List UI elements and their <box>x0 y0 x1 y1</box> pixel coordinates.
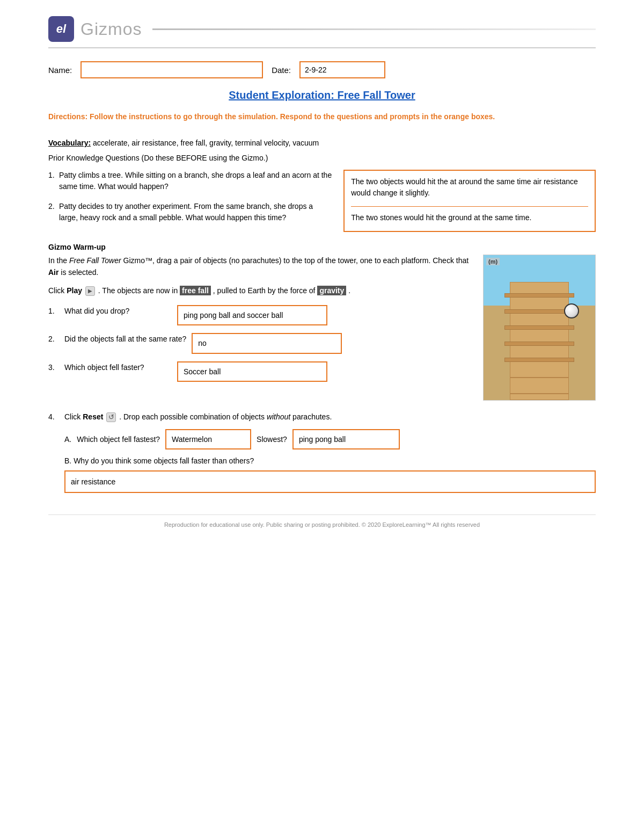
m-label: (m) <box>486 258 500 265</box>
name-date-row: Name: Date: <box>48 61 596 78</box>
date-input[interactable] <box>299 61 385 78</box>
pk-answers-box: The two objects would hit the at around … <box>343 170 596 232</box>
q4-fastest-text: Watermelon <box>172 433 212 445</box>
date-label: Date: <box>272 66 291 75</box>
warmup-text-3: is selected. <box>58 268 98 277</box>
warmup-para-1: In the Free Fall Tower Gizmo™, drag a pa… <box>48 255 474 279</box>
pk-answer-1: The two objects would hit the at around … <box>351 176 588 199</box>
q4-header: 4. Click Reset . Drop each possible comb… <box>48 411 596 423</box>
q4-text: Click Reset . Drop each possible combina… <box>64 411 332 423</box>
wq-num-3: 3. <box>48 361 59 373</box>
wq-num-2: 2. <box>48 333 59 345</box>
page-container: el Gizmos Name: Date: Student Exploratio… <box>27 0 617 549</box>
soccer-ball-image <box>564 303 579 318</box>
platform-4 <box>504 342 574 346</box>
pk-answer-2: The two stones would hit the ground at t… <box>351 212 588 223</box>
warmup-section: Gizmo Warm-up In the Free Fall Tower Giz… <box>48 243 596 401</box>
brand-name: Gizmos <box>80 19 142 39</box>
warmup-text-2: Gizmo™, drag a pair of objects (no parac… <box>121 256 469 265</box>
platform-1 <box>504 293 574 298</box>
warmup-text-1: In the <box>48 256 69 265</box>
q4-click-text: Click <box>64 412 83 421</box>
logo-text: el <box>56 22 66 36</box>
warmup-body: In the Free Fall Tower Gizmo™, drag a pa… <box>48 255 596 401</box>
platform-3 <box>504 325 574 330</box>
wq-answer-3: Soccer ball <box>177 361 327 382</box>
vocabulary-line: Vocabulary: accelerate, air resistance, … <box>48 139 596 147</box>
wq-answer-text-3: Soccer ball <box>184 366 221 378</box>
q4-slowest-label: Slowest? <box>257 433 287 445</box>
q4-sub-b-text: Why do you think some objects fall faste… <box>74 456 254 465</box>
pk-title: Prior Knowledge Questions <box>48 154 140 162</box>
q4-sub-b-answer: air resistance <box>64 470 596 493</box>
warmup-questions: 1. What did you drop? ping pong ball and… <box>48 305 474 382</box>
warmup-highlight-1: free fall <box>180 286 211 295</box>
warmup-text-5: . The objects are now in <box>98 286 180 295</box>
pk-item-2: 2. Patty decides to try another experime… <box>48 201 333 223</box>
wq-num-1: 1. <box>48 305 59 317</box>
q4-text-2: . Drop each possible combination of obje… <box>119 412 267 421</box>
q4-sub-a: A. Which object fell fastest? Watermelon… <box>64 429 596 449</box>
wq-answer-text-2: no <box>198 337 207 349</box>
tower-image: (m) <box>483 255 596 401</box>
logo-box: el <box>48 16 74 42</box>
q4-sub-b-answer-text: air resistance <box>71 477 115 486</box>
warmup-click: Click <box>48 286 67 295</box>
q4-italic: without <box>267 412 290 421</box>
warmup-bold: Air <box>48 268 58 277</box>
q4-text-3: parachutes. <box>290 412 332 421</box>
pk-questions: 1. Patty climbs a tree. While sitting on… <box>48 170 333 232</box>
warmup-text: In the Free Fall Tower Gizmo™, drag a pa… <box>48 255 474 401</box>
footer: Reproduction for educational use only. P… <box>48 514 596 528</box>
tower-background: (m) <box>484 255 595 400</box>
wq-answer-1: ping pong ball and soccer ball <box>177 305 327 325</box>
warmup-q1: 1. What did you drop? ping pong ball and… <box>48 305 474 325</box>
q4-sub-b: B. Why do you think some objects fall fa… <box>64 455 596 493</box>
vocab-terms: accelerate, air resistance, free fall, g… <box>93 139 319 147</box>
pk-num-2: 2. <box>48 201 59 223</box>
name-label: Name: <box>48 66 72 75</box>
pk-text-1: Patty climbs a tree. While sitting on a … <box>59 170 333 192</box>
warmup-q2: 2. Did the objects fall at the same rate… <box>48 333 474 353</box>
wq-answer-text-1: ping pong ball and soccer ball <box>184 309 283 321</box>
wq-answer-2: no <box>192 333 342 353</box>
prior-knowledge-section: 1. Patty climbs a tree. While sitting on… <box>48 170 596 232</box>
pk-subtitle: (Do these BEFORE using the Gizmo.) <box>142 154 268 162</box>
q4-sub-a-text: Which object fell fastest? <box>77 433 160 445</box>
pk-divider <box>351 206 588 207</box>
pk-item-1: 1. Patty climbs a tree. While sitting on… <box>48 170 333 192</box>
reset-icon[interactable] <box>106 412 116 422</box>
tower-floor-6 <box>510 377 568 378</box>
q4-slowest-text: ping pong ball <box>299 433 346 445</box>
warmup-text-7: . <box>348 286 350 295</box>
pk-text-2: Patty decides to try another experiment.… <box>59 201 333 223</box>
q4-fastest-answer: Watermelon <box>165 429 251 449</box>
q4-sub-b-question: B. Why do you think some objects fall fa… <box>64 455 596 467</box>
prior-knowledge-title: Prior Knowledge Questions (Do these BEFO… <box>48 154 596 162</box>
directions: Directions: Follow the instructions to g… <box>48 111 596 122</box>
warmup-q3: 3. Which object fell faster? Soccer ball <box>48 361 474 382</box>
wq-text-2: Did the objects fall at the same rate? <box>64 333 186 345</box>
tower-floor-7 <box>510 393 568 394</box>
q4-slowest-answer: ping pong ball <box>292 429 400 449</box>
q4-sub-a-label: A. <box>64 433 71 445</box>
warmup-title: Gizmo Warm-up <box>48 243 596 251</box>
wq-text-1: What did you drop? <box>64 305 172 317</box>
warmup-italic: Free Fall Tower <box>69 256 121 265</box>
q4-sub-a-row: A. Which object fell fastest? Watermelon… <box>64 429 596 449</box>
warmup-text-6: , pulled to Earth by the force of <box>213 286 318 295</box>
q4-reset-label: Reset <box>83 412 103 421</box>
header: el Gizmos <box>48 16 596 48</box>
name-input[interactable] <box>80 61 263 78</box>
play-icon[interactable] <box>85 286 95 296</box>
warmup-para-2: Click Play . The objects are now in free… <box>48 284 474 298</box>
q4-sub-b-label: B. <box>64 456 71 465</box>
vocab-label: Vocabulary: <box>48 139 91 147</box>
q4-section: 4. Click Reset . Drop each possible comb… <box>48 411 596 493</box>
pk-num-1: 1. <box>48 170 59 192</box>
header-line <box>152 28 596 30</box>
tower-body <box>510 282 569 400</box>
warmup-highlight-2: gravity <box>317 286 346 295</box>
warmup-play-label: Play <box>67 286 82 295</box>
wq-text-3: Which object fell faster? <box>64 361 172 373</box>
